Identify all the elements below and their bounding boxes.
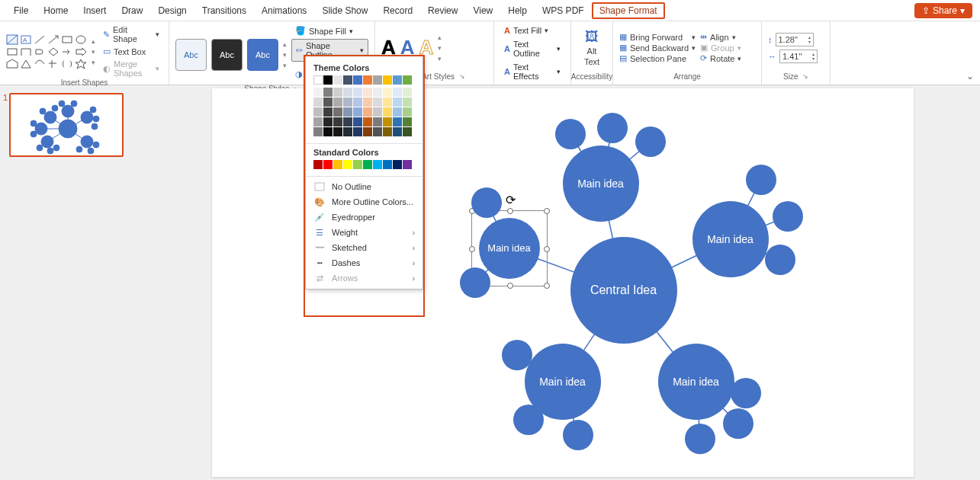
- color-swatch[interactable]: [403, 88, 412, 97]
- tab-insert[interactable]: Insert: [76, 2, 114, 19]
- color-swatch[interactable]: [383, 75, 392, 85]
- styles-up-icon[interactable]: ▴: [283, 40, 287, 48]
- tab-design[interactable]: Design: [150, 2, 194, 19]
- rotate-button[interactable]: ⟳Rotate▾: [700, 53, 741, 63]
- color-swatch[interactable]: [373, 98, 382, 107]
- tab-home[interactable]: Home: [36, 2, 76, 19]
- color-swatch[interactable]: [343, 75, 352, 85]
- text-fill-button[interactable]: AText Fill▾: [500, 24, 564, 37]
- main-idea-bottom-right[interactable]: Main idea: [658, 344, 734, 420]
- color-swatch[interactable]: [353, 160, 362, 169]
- rotate-handle-icon[interactable]: ⟳: [506, 193, 515, 202]
- color-swatch[interactable]: [383, 88, 392, 97]
- color-swatch[interactable]: [363, 107, 372, 117]
- wa-down-icon[interactable]: ▾: [438, 44, 442, 52]
- tab-transitions[interactable]: Transitions: [194, 2, 254, 19]
- color-swatch[interactable]: [343, 107, 352, 117]
- more-colors-item[interactable]: 🎨More Outline Colors...: [306, 194, 423, 210]
- satellite[interactable]: [731, 378, 761, 408]
- color-swatch[interactable]: [333, 75, 342, 85]
- color-swatch[interactable]: [333, 117, 342, 126]
- color-swatch[interactable]: [363, 98, 372, 107]
- color-swatch[interactable]: [373, 127, 382, 136]
- shapes-gallery[interactable]: A: [6, 34, 87, 69]
- satellite[interactable]: [460, 267, 490, 298]
- color-swatch[interactable]: [353, 127, 362, 136]
- theme-shades-grid[interactable]: [313, 88, 415, 136]
- height-input[interactable]: 1.28"▴▾: [776, 33, 814, 46]
- color-swatch[interactable]: [393, 127, 402, 136]
- sketched-item[interactable]: 〰Sketched›: [306, 240, 423, 255]
- edit-shape-button[interactable]: ✎ Edit Shape▾: [100, 24, 162, 44]
- color-swatch[interactable]: [313, 117, 323, 126]
- color-swatch[interactable]: [403, 127, 412, 136]
- bring-forward-button[interactable]: ▦Bring Forward▾: [619, 32, 696, 42]
- satellite[interactable]: [563, 420, 593, 450]
- slide-panel[interactable]: 1: [0, 85, 145, 480]
- color-swatch[interactable]: [333, 107, 342, 117]
- main-idea-top[interactable]: Main idea: [563, 146, 639, 222]
- color-swatch[interactable]: [323, 160, 333, 169]
- shape-fill-button[interactable]: 🪣 Shape Fill▾: [291, 24, 368, 37]
- align-button[interactable]: ⇹Align▾: [700, 32, 741, 42]
- color-swatch[interactable]: [393, 160, 402, 169]
- gallery-down-icon[interactable]: ▾: [92, 48, 95, 56]
- styles-down-icon[interactable]: ▾: [283, 51, 287, 59]
- color-swatch[interactable]: [383, 117, 392, 126]
- wa-more-icon[interactable]: ▾: [438, 55, 442, 62]
- color-swatch[interactable]: [403, 98, 412, 107]
- collapse-ribbon-icon[interactable]: ⌄: [966, 71, 974, 82]
- color-swatch[interactable]: [393, 107, 402, 117]
- slide-canvas-area[interactable]: Central Idea Main idea Main idea Main id…: [145, 85, 980, 480]
- main-idea-right[interactable]: Main idea: [692, 201, 769, 277]
- share-button[interactable]: ⇪ Share ▾: [914, 3, 972, 18]
- text-effects-button[interactable]: AText Effects▾: [500, 61, 564, 82]
- shape-style-2[interactable]: Abc: [211, 39, 243, 71]
- color-swatch[interactable]: [373, 107, 382, 117]
- satellite[interactable]: [635, 126, 666, 157]
- color-swatch[interactable]: [403, 75, 412, 85]
- color-swatch[interactable]: [353, 107, 362, 117]
- color-swatch[interactable]: [333, 88, 342, 97]
- color-swatch[interactable]: [323, 117, 333, 126]
- gallery-up-icon[interactable]: ▴: [92, 37, 95, 45]
- color-swatch[interactable]: [353, 98, 362, 107]
- color-swatch[interactable]: [313, 127, 323, 136]
- color-swatch[interactable]: [343, 98, 352, 107]
- color-swatch[interactable]: [313, 88, 323, 97]
- eyedropper-item[interactable]: 💉Eyedropper: [306, 210, 423, 225]
- tab-review[interactable]: Review: [420, 2, 465, 19]
- color-swatch[interactable]: [313, 98, 323, 107]
- color-swatch[interactable]: [393, 75, 402, 85]
- satellite[interactable]: [555, 119, 586, 149]
- tab-file[interactable]: File: [6, 2, 36, 19]
- tab-wpspdf[interactable]: WPS PDF: [535, 2, 592, 19]
- tab-record[interactable]: Record: [375, 2, 420, 19]
- color-swatch[interactable]: [363, 88, 372, 97]
- color-swatch[interactable]: [343, 88, 352, 97]
- satellite[interactable]: [773, 201, 803, 232]
- size-launcher-icon[interactable]: ↘: [802, 72, 808, 80]
- color-swatch[interactable]: [323, 88, 333, 97]
- color-swatch[interactable]: [323, 127, 333, 136]
- color-swatch[interactable]: [313, 107, 323, 117]
- tab-draw[interactable]: Draw: [114, 2, 150, 19]
- text-box-button[interactable]: ▭ Text Box: [100, 46, 162, 57]
- wordart-launcher-icon[interactable]: ↘: [459, 72, 465, 80]
- color-swatch[interactable]: [383, 98, 392, 107]
- color-swatch[interactable]: [333, 98, 342, 107]
- width-input[interactable]: 1.41"▴▾: [779, 50, 818, 63]
- satellite[interactable]: [746, 165, 776, 195]
- satellite[interactable]: [765, 245, 795, 275]
- color-swatch[interactable]: [383, 107, 392, 117]
- send-backward-button[interactable]: ▦Send Backward▾: [619, 43, 696, 53]
- satellite[interactable]: [502, 340, 532, 370]
- color-swatch[interactable]: [333, 127, 342, 136]
- standard-colors-row[interactable]: [313, 160, 415, 169]
- satellite[interactable]: [597, 113, 628, 143]
- tab-slideshow[interactable]: Slide Show: [314, 2, 375, 19]
- color-swatch[interactable]: [343, 117, 352, 126]
- shape-style-1[interactable]: Abc: [175, 39, 207, 71]
- color-swatch[interactable]: [363, 127, 372, 136]
- weight-item[interactable]: ☰Weight›: [306, 225, 423, 240]
